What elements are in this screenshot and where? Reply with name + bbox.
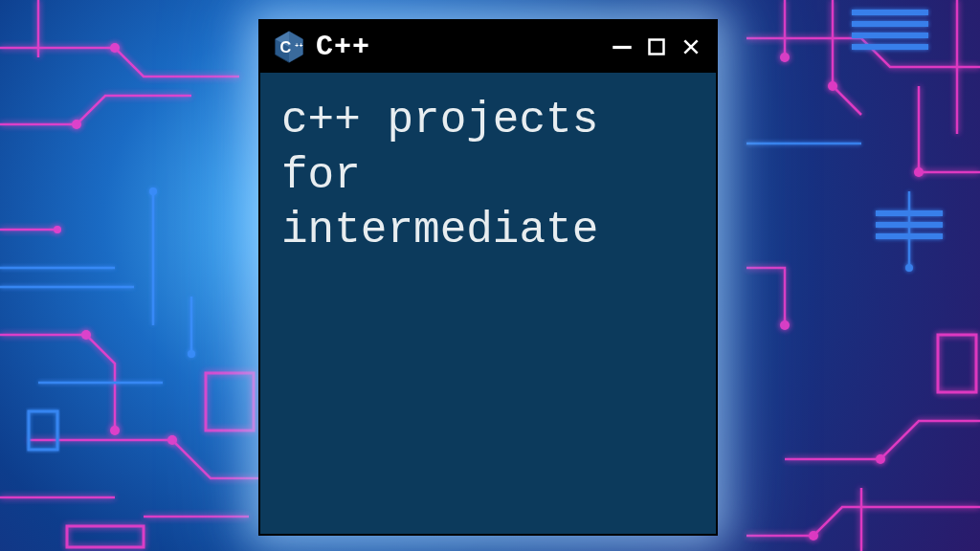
svg-point-4 [914, 167, 924, 177]
window-controls [609, 33, 704, 60]
svg-point-6 [167, 435, 177, 445]
svg-rect-19 [876, 210, 943, 216]
terminal-body: c++ projects for intermediate [260, 73, 716, 280]
close-button[interactable] [678, 33, 704, 60]
svg-rect-20 [876, 222, 943, 228]
svg-point-7 [809, 531, 818, 540]
svg-rect-15 [852, 10, 928, 15]
svg-point-0 [110, 43, 120, 53]
window-title: C++ [316, 31, 599, 63]
cpp-logo-icon: C + + [272, 30, 306, 64]
svg-rect-21 [876, 233, 943, 239]
terminal-text: c++ projects for intermediate [281, 94, 695, 259]
svg-point-5 [81, 330, 91, 340]
svg-rect-33 [650, 40, 664, 55]
svg-rect-16 [852, 21, 928, 27]
terminal-window: C + + C++ c++ projects for intermediate [258, 19, 718, 536]
svg-point-9 [110, 426, 120, 435]
svg-rect-25 [29, 411, 57, 450]
minimize-button[interactable] [609, 28, 635, 55]
svg-text:C: C [280, 38, 292, 55]
maximize-button[interactable] [643, 33, 670, 60]
svg-rect-12 [206, 373, 254, 430]
svg-point-8 [876, 454, 885, 464]
svg-point-11 [54, 226, 61, 233]
svg-point-10 [780, 320, 790, 330]
svg-point-23 [188, 350, 195, 358]
svg-text:+: + [300, 42, 303, 49]
svg-rect-18 [852, 44, 928, 50]
svg-point-22 [149, 187, 157, 195]
svg-rect-17 [852, 33, 928, 38]
svg-point-24 [905, 264, 913, 272]
svg-point-1 [72, 120, 81, 129]
svg-point-2 [780, 53, 790, 62]
svg-point-3 [828, 81, 837, 91]
titlebar[interactable]: C + + C++ [260, 21, 716, 73]
svg-text:+: + [295, 42, 299, 49]
svg-rect-14 [938, 335, 976, 392]
svg-rect-13 [67, 526, 144, 547]
